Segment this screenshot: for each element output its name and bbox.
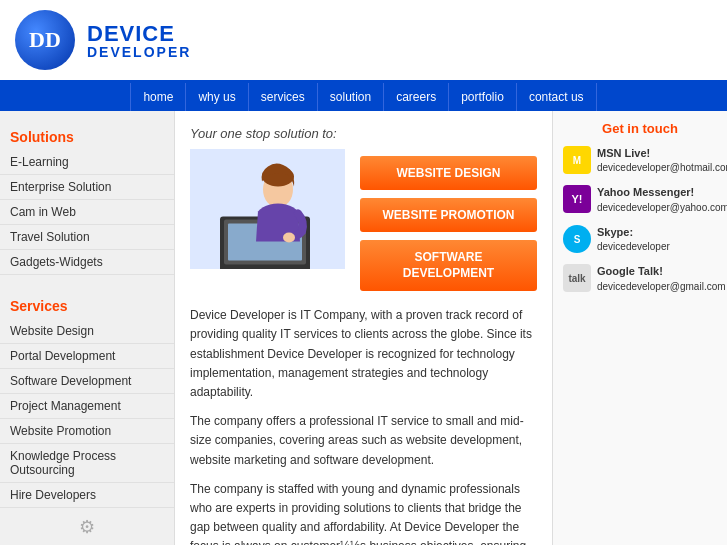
nav-home[interactable]: home xyxy=(130,83,186,111)
skype-name: Skype: xyxy=(597,226,633,238)
sidebar-item-gadgets[interactable]: Gadgets-Widgets xyxy=(0,250,174,275)
yahoo-contact-text: Yahoo Messenger! devicedeveloper@yahoo.c… xyxy=(597,185,727,214)
svg-point-6 xyxy=(283,233,295,243)
hero-section: Your one stop solution to: xyxy=(190,126,345,291)
sidebar-item-enterprise[interactable]: Enterprise Solution xyxy=(0,175,174,200)
yahoo-logo-svg: Y! xyxy=(567,189,587,209)
skype-contact-text: Skype: devicedeveloper xyxy=(597,225,670,254)
yahoo-email: devicedeveloper@yahoo.com xyxy=(597,202,727,213)
content-para3: The company is staffed with young and dy… xyxy=(190,480,537,545)
one-stop-text: Your one stop solution to: xyxy=(190,126,345,141)
svg-text:Y!: Y! xyxy=(572,193,583,205)
sidebar: Solutions E-Learning Enterprise Solution… xyxy=(0,111,175,545)
cta-buttons: WEBSITE DESIGN WEBSITE PROMOTION SOFTWAR… xyxy=(360,126,537,291)
logo-icon: DD xyxy=(15,10,75,70)
sidebar-item-elearning[interactable]: E-Learning xyxy=(0,150,174,175)
gtalk-contact: talk Google Talk! devicedeveloper@gmail.… xyxy=(563,264,717,293)
yahoo-name: Yahoo Messenger! xyxy=(597,186,694,198)
nav-services[interactable]: services xyxy=(249,83,318,111)
website-design-btn[interactable]: WEBSITE DESIGN xyxy=(360,156,537,190)
main-layout: Solutions E-Learning Enterprise Solution… xyxy=(0,111,727,545)
msn-icon: M xyxy=(563,146,591,174)
gtalk-name: Google Talk! xyxy=(597,265,663,277)
skype-logo-svg: S xyxy=(567,229,587,249)
sidebar-item-travel[interactable]: Travel Solution xyxy=(0,225,174,250)
msn-contact: M MSN Live! devicedeveloper@hotmail.com xyxy=(563,146,717,175)
hero-image xyxy=(190,149,345,269)
services-title: Services xyxy=(0,290,174,319)
content-area: Your one stop solution to: xyxy=(175,111,552,545)
sidebar-item-caminweb[interactable]: Cam in Web xyxy=(0,200,174,225)
svg-text:S: S xyxy=(574,234,581,245)
right-panel: Get in touch M MSN Live! devicedeveloper… xyxy=(552,111,727,545)
gtalk-email: devicedeveloper@gmail.com xyxy=(597,281,726,292)
content-para1: Device Developer is IT Company, with a p… xyxy=(190,306,537,402)
nav-contact[interactable]: contact us xyxy=(517,83,597,111)
nav-why-us[interactable]: why us xyxy=(186,83,248,111)
brand-sub: Developer xyxy=(87,44,191,60)
msn-name: MSN Live! xyxy=(597,147,650,159)
yahoo-contact: Y! Yahoo Messenger! devicedeveloper@yaho… xyxy=(563,185,717,214)
msn-contact-text: MSN Live! devicedeveloper@hotmail.com xyxy=(597,146,727,175)
yahoo-icon: Y! xyxy=(563,185,591,213)
sidebar-item-website-design[interactable]: Website Design xyxy=(0,319,174,344)
software-dev-btn[interactable]: SOFTWARE DEVELOPMENT xyxy=(360,240,537,291)
sidebar-item-knowledge-outsourcing[interactable]: Knowledge Process Outsourcing xyxy=(0,444,174,483)
skype-id: devicedeveloper xyxy=(597,241,670,252)
msn-logo-svg: M xyxy=(567,150,587,170)
get-in-touch-title: Get in touch xyxy=(563,121,717,136)
logo-text: Device Developer xyxy=(87,21,191,60)
svg-text:M: M xyxy=(573,155,581,166)
gtalk-logo-svg: talk xyxy=(567,268,587,288)
msn-email: devicedeveloper@hotmail.com xyxy=(597,162,727,173)
content-para2: The company offers a professional IT ser… xyxy=(190,412,537,470)
skype-contact: S Skype: devicedeveloper xyxy=(563,225,717,254)
logo-dd-text: DD xyxy=(29,27,61,53)
sidebar-bottom-icon: ⚙ xyxy=(0,508,174,545)
gtalk-contact-text: Google Talk! devicedeveloper@gmail.com xyxy=(597,264,726,293)
sidebar-item-portal-dev[interactable]: Portal Development xyxy=(0,344,174,369)
sidebar-item-website-promo[interactable]: Website Promotion xyxy=(0,419,174,444)
gtalk-icon: talk xyxy=(563,264,591,292)
nav-careers[interactable]: careers xyxy=(384,83,449,111)
solutions-title: Solutions xyxy=(0,121,174,150)
hero-svg xyxy=(190,149,345,269)
website-promotion-btn[interactable]: WEBSITE PROMOTION xyxy=(360,198,537,232)
nav-solution[interactable]: solution xyxy=(318,83,384,111)
skype-icon: S xyxy=(563,225,591,253)
content-top: Your one stop solution to: xyxy=(190,126,537,291)
header: DD Device Developer xyxy=(0,0,727,83)
navigation: home why us services solution careers po… xyxy=(0,83,727,111)
sidebar-item-software-dev[interactable]: Software Development xyxy=(0,369,174,394)
sidebar-item-project-mgmt[interactable]: Project Management xyxy=(0,394,174,419)
svg-text:talk: talk xyxy=(568,273,586,284)
nav-portfolio[interactable]: portfolio xyxy=(449,83,517,111)
sidebar-item-hire-developers[interactable]: Hire Developers xyxy=(0,483,174,508)
